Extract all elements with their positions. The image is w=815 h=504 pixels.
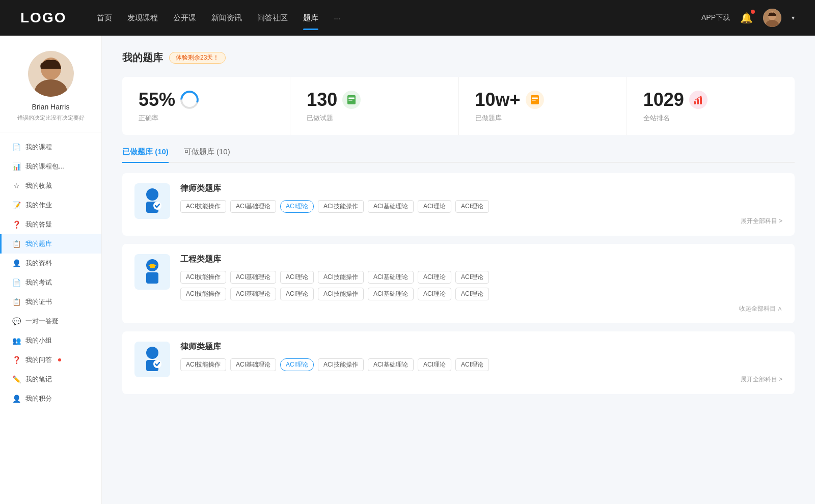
bank-icon: 📋	[12, 240, 20, 248]
tag-item[interactable]: ACI基础理论	[368, 358, 414, 371]
bell-icon: 🔔	[740, 12, 753, 23]
menu-label: 我的课程	[25, 143, 52, 152]
stat-value-banks: 10w+	[475, 89, 521, 110]
svg-rect-17	[697, 99, 699, 104]
tag-item[interactable]: ACI基础理论	[368, 271, 414, 284]
tag-item[interactable]: ACI技能操作	[318, 358, 364, 371]
tag-item[interactable]: ACI基础理论	[368, 200, 414, 213]
menu-exam[interactable]: 📄 我的考试	[0, 273, 101, 292]
done-questions-icon	[342, 91, 361, 109]
question-icon: ❓	[12, 220, 20, 229]
tag-item-active[interactable]: ACI理论	[280, 358, 314, 371]
tag-item[interactable]: ACI技能操作	[318, 271, 364, 284]
stat-ranking: 1029 全站排名	[627, 77, 795, 135]
tag-item[interactable]: ACI技能操作	[180, 200, 226, 213]
tabs-row: 已做题库 (10) 可做题库 (10)	[122, 147, 795, 163]
expand-link-lawyer-2[interactable]: 展开全部科目 >	[180, 375, 782, 384]
menu-profile[interactable]: 👤 我的资料	[0, 254, 101, 273]
bank-title-engineer: 工程类题库	[180, 254, 782, 265]
user-dropdown-chevron[interactable]: ▾	[792, 14, 795, 21]
tag-item[interactable]: ACI基础理论	[230, 200, 276, 213]
notification-bell[interactable]: 🔔	[740, 12, 753, 24]
nav-home[interactable]: 首页	[97, 11, 112, 25]
menu-label: 一对一答疑	[25, 317, 59, 326]
svg-rect-9	[348, 97, 355, 98]
menu-label: 我的课程包...	[25, 162, 64, 171]
svg-rect-25	[150, 264, 155, 268]
menu-label: 我的资料	[25, 259, 52, 268]
nav-qa[interactable]: 问答社区	[257, 11, 288, 25]
nav-more[interactable]: ···	[334, 12, 340, 24]
stat-value-done: 130	[307, 89, 337, 110]
done-banks-icon	[526, 91, 544, 109]
bank-card-lawyer-2: 律师类题库 ACI技能操作 ACI基础理论 ACI理论 ACI技能操作 ACI基…	[122, 331, 795, 394]
bank-title-lawyer-1: 律师类题库	[180, 183, 782, 194]
menu-my-qa[interactable]: ❓ 我的问答	[0, 350, 101, 370]
tag-item[interactable]: ACI理论	[280, 271, 314, 284]
star-icon: ☆	[12, 182, 20, 190]
logo: LOGO	[20, 10, 66, 26]
stat-label-banks: 已做题库	[475, 114, 610, 123]
tag-item[interactable]: ACI技能操作	[318, 200, 364, 213]
tag-item[interactable]: ACI基础理论	[368, 288, 414, 300]
tag-item[interactable]: ACI技能操作	[318, 288, 364, 300]
tag-item[interactable]: ACI技能操作	[180, 288, 226, 300]
nav-opencourse[interactable]: 公开课	[173, 11, 196, 25]
collapse-link-engineer[interactable]: 收起全部科目 ∧	[180, 304, 782, 313]
nav-news[interactable]: 新闻资讯	[211, 11, 242, 25]
tag-item[interactable]: ACI技能操作	[180, 271, 226, 284]
menu-label: 我的小组	[25, 336, 52, 345]
bank-content-engineer: 工程类题库 ACI技能操作 ACI基础理论 ACI理论 ACI技能操作 ACI基…	[180, 254, 782, 313]
bank-title-lawyer-2: 律师类题库	[180, 342, 782, 352]
tag-item[interactable]: ACI基础理论	[230, 358, 276, 371]
tag-item[interactable]: ACI理论	[455, 200, 489, 213]
user-name: Brian Harris	[32, 103, 70, 111]
tag-item[interactable]: ACI理论	[455, 288, 489, 300]
tab-available-banks[interactable]: 可做题库 (10)	[184, 147, 230, 162]
stat-label-accuracy: 正确率	[139, 114, 274, 123]
tag-item[interactable]: ACI理论	[455, 271, 489, 284]
menu-course-package[interactable]: 📊 我的课程包...	[0, 157, 101, 176]
bank-icon-engineer	[134, 254, 170, 290]
tag-item[interactable]: ACI理论	[418, 271, 451, 284]
menu-points[interactable]: 👤 我的积分	[0, 389, 101, 408]
notification-badge	[751, 10, 755, 14]
sidebar-menu: 📄 我的课程 📊 我的课程包... ☆ 我的收藏 📝 我的作业 ❓ 我的答疑 📋	[0, 132, 101, 413]
menu-group[interactable]: 👥 我的小组	[0, 331, 101, 350]
bank-content-lawyer-1: 律师类题库 ACI技能操作 ACI基础理论 ACI理论 ACI技能操作 ACI基…	[180, 183, 782, 226]
tab-done-banks[interactable]: 已做题库 (10)	[122, 147, 169, 162]
stat-accuracy: 55% 正确率	[122, 77, 290, 135]
tag-item[interactable]: ACI理论	[418, 288, 451, 300]
tags-row-engineer-1: ACI技能操作 ACI基础理论 ACI理论 ACI技能操作 ACI基础理论 AC…	[180, 271, 782, 284]
tag-item[interactable]: ACI基础理论	[230, 271, 276, 284]
nav-discover[interactable]: 发现课程	[127, 11, 158, 25]
menu-questionbank[interactable]: 📋 我的题库	[0, 234, 101, 254]
svg-rect-24	[146, 272, 158, 284]
expand-link-lawyer-1[interactable]: 展开全部科目 >	[180, 217, 782, 226]
main-container: Brian Harris 错误的决定比没有决定要好 📄 我的课程 📊 我的课程包…	[0, 36, 815, 504]
menu-notes[interactable]: ✏️ 我的笔记	[0, 370, 101, 389]
menu-qa[interactable]: ❓ 我的答疑	[0, 215, 101, 234]
menu-label: 我的证书	[25, 297, 52, 306]
menu-homework[interactable]: 📝 我的作业	[0, 195, 101, 215]
tag-item[interactable]: ACI理论	[455, 358, 489, 371]
tag-item[interactable]: ACI基础理论	[230, 288, 276, 300]
tag-item[interactable]: ACI技能操作	[180, 358, 226, 371]
menu-certificate[interactable]: 📋 我的证书	[0, 292, 101, 312]
menu-my-course[interactable]: 📄 我的课程	[0, 137, 101, 157]
tag-item-active[interactable]: ACI理论	[280, 200, 314, 213]
stat-label-done: 已做试题	[307, 114, 442, 123]
app-download-button[interactable]: APP下载	[701, 13, 730, 22]
menu-label: 我的收藏	[25, 181, 52, 190]
tag-item[interactable]: ACI理论	[418, 200, 451, 213]
tag-item[interactable]: ACI理论	[418, 358, 451, 371]
menu-favorites[interactable]: ☆ 我的收藏	[0, 176, 101, 195]
user-motto: 错误的决定比没有决定要好	[17, 114, 85, 122]
tag-item[interactable]: ACI理论	[280, 288, 314, 300]
user-avatar-header[interactable]	[763, 9, 781, 27]
svg-rect-16	[694, 101, 696, 104]
menu-label: 我的积分	[25, 394, 52, 403]
stat-value-accuracy: 55%	[139, 89, 175, 110]
menu-1on1qa[interactable]: 💬 一对一答疑	[0, 312, 101, 331]
nav-questionbank[interactable]: 题库	[303, 11, 318, 25]
